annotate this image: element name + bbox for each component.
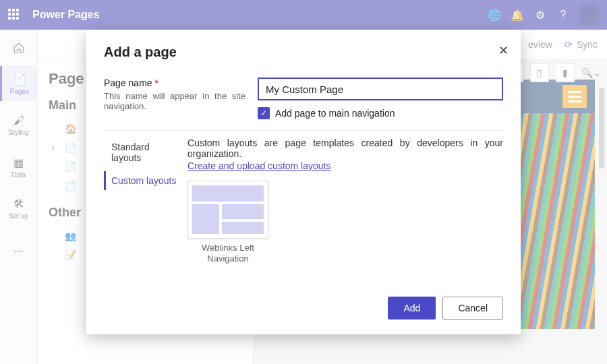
page-name-label: Page name xyxy=(104,78,152,88)
layout-tabs: Standard layouts Custom layouts xyxy=(104,138,182,297)
create-upload-link[interactable]: Create and upload custom layouts xyxy=(187,160,330,171)
layout-thumbnail xyxy=(187,181,268,239)
add-button[interactable]: Add xyxy=(388,297,436,320)
layout-tile-caption: Weblinks Left Navigation xyxy=(187,243,268,264)
required-mark: * xyxy=(155,78,158,88)
divider xyxy=(104,130,503,131)
cancel-button[interactable]: Cancel xyxy=(442,297,503,320)
dialog-title: Add a page xyxy=(104,44,503,60)
close-button[interactable]: ✕ xyxy=(498,43,509,58)
add-page-dialog: Add a page ✕ Page name * This name will … xyxy=(86,30,521,334)
tab-custom-layouts[interactable]: Custom layouts xyxy=(104,171,182,190)
tab-standard-layouts[interactable]: Standard layouts xyxy=(104,138,182,167)
page-name-input[interactable] xyxy=(258,78,503,100)
add-to-nav-label: Add page to main navigation xyxy=(275,108,395,119)
custom-layouts-description: Custom layouts are page templates create… xyxy=(187,138,503,159)
page-name-hint: This name will appear in the site naviga… xyxy=(104,91,245,111)
add-to-nav-checkbox[interactable]: ✓ xyxy=(258,107,270,119)
layout-tile-weblinks-left[interactable]: Weblinks Left Navigation xyxy=(187,181,268,264)
